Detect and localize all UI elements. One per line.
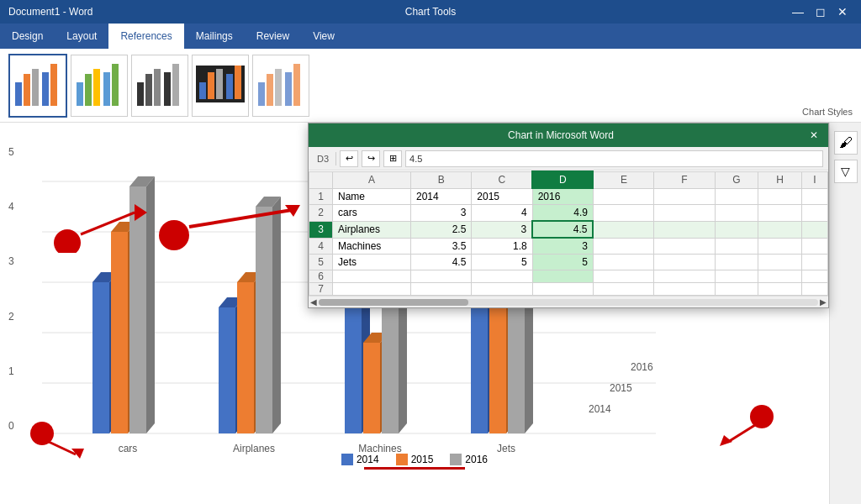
chart-styles-label: Chart Styles — [802, 107, 853, 117]
svg-rect-3 — [42, 72, 49, 106]
cell-d1[interactable]: 2016 — [532, 188, 593, 205]
cell-d3[interactable]: 4.5 — [532, 221, 593, 238]
app-title: Document1 - Word — [8, 6, 92, 18]
svg-marker-44 — [237, 282, 254, 433]
row-num-4: 4 — [309, 238, 333, 255]
toolbar-divider — [335, 152, 336, 165]
tab-layout[interactable]: Layout — [55, 24, 108, 49]
svg-line-82 — [728, 425, 755, 442]
filter-button[interactable]: ▽ — [834, 160, 858, 183]
chart-style-4[interactable] — [192, 55, 249, 117]
cell-a6[interactable] — [333, 270, 411, 283]
svg-marker-35 — [111, 232, 128, 433]
cell-i1[interactable] — [801, 188, 827, 205]
col-a: A — [333, 171, 411, 188]
cell-d4[interactable]: 3 — [532, 238, 593, 255]
cell-c5[interactable]: 5 — [472, 255, 532, 270]
cell-a3[interactable]: Airplanes — [333, 221, 411, 238]
restore-btn[interactable]: ◻ — [811, 5, 831, 18]
svg-text:2014: 2014 — [589, 403, 611, 415]
svg-text:Jets: Jets — [497, 443, 515, 454]
cell-b4[interactable]: 3.5 — [411, 238, 472, 255]
formula-bar[interactable]: 4.5 — [405, 150, 823, 167]
cell-d2[interactable]: 4.9 — [532, 205, 593, 222]
excel-redo-btn[interactable]: ↪ — [362, 150, 380, 167]
right-panel: 🖌 ▽ — [829, 123, 861, 504]
excel-table: A B C D E F G H I 1 Name — [309, 171, 828, 296]
excel-undo-btn[interactable]: ↩ — [340, 150, 358, 167]
brush-button[interactable]: 🖌 — [834, 131, 858, 155]
scroll-thumb[interactable] — [319, 299, 468, 306]
scroll-track[interactable] — [319, 299, 818, 306]
svg-rect-25 — [293, 64, 300, 106]
svg-rect-0 — [15, 82, 22, 106]
cell-a5[interactable]: Jets — [333, 255, 411, 270]
col-g: G — [715, 171, 758, 188]
cell-c1[interactable]: 2015 — [472, 188, 532, 205]
cell-a4[interactable]: Machines — [333, 238, 411, 255]
excel-grid: A B C D E F G H I 1 Name — [309, 171, 828, 296]
chart-style-2[interactable] — [71, 55, 128, 117]
cell-c2[interactable]: 4 — [472, 205, 532, 222]
cell-g1[interactable] — [715, 188, 758, 205]
excel-col-header-row: A B C D E F G H I — [309, 171, 828, 188]
close-btn[interactable]: ✕ — [832, 5, 853, 18]
cell-a2[interactable]: cars — [333, 205, 411, 222]
chart-tools-label: Chart Tools — [405, 6, 456, 18]
scroll-right-btn[interactable]: ▶ — [820, 297, 827, 307]
tab-review[interactable]: Review — [245, 24, 301, 49]
cell-e1[interactable] — [593, 188, 653, 205]
cell-f1[interactable] — [654, 188, 715, 205]
chart-style-5[interactable] — [252, 55, 309, 117]
legend-2014: 2014 — [341, 454, 379, 465]
minimize-btn[interactable]: — — [787, 5, 809, 18]
svg-text:Airplanes: Airplanes — [233, 443, 275, 454]
main-content: 0 1 2 3 4 5 — [0, 123, 861, 504]
excel-row-1: 1 Name 2014 2015 2016 — [309, 188, 828, 205]
excel-title-bar: Chart in Microsoft Word ✕ — [309, 123, 828, 147]
tab-view[interactable]: View — [301, 24, 346, 49]
tab-design[interactable]: Design — [0, 24, 55, 49]
svg-text:2015: 2015 — [610, 382, 632, 394]
svg-text:2016: 2016 — [631, 361, 653, 373]
excel-data-btn[interactable]: ⊞ — [383, 150, 402, 167]
excel-scrollbar-h[interactable]: ◀ ▶ — [309, 296, 828, 307]
excel-toolbar: D3 ↩ ↪ ⊞ 4.5 — [309, 147, 828, 171]
chart-style-3[interactable] — [131, 55, 188, 117]
svg-rect-12 — [154, 69, 161, 106]
ribbon: Design Layout References Mailings Review… — [0, 24, 861, 49]
arrow-bottom-right — [711, 400, 779, 454]
tab-mailings[interactable]: Mailings — [184, 24, 245, 49]
excel-row-col-indicator: D3 — [314, 154, 332, 164]
chart-style-1[interactable] — [8, 54, 67, 118]
svg-marker-53 — [363, 343, 380, 433]
cell-c4[interactable]: 1.8 — [472, 238, 532, 255]
cell-b2[interactable]: 3 — [411, 205, 472, 222]
cell-a1[interactable]: Name — [333, 188, 411, 205]
excel-close-btn[interactable]: ✕ — [806, 129, 821, 141]
cell-c3[interactable]: 3 — [472, 221, 532, 238]
svg-rect-23 — [275, 69, 282, 106]
excel-row-3: 3 Airplanes 2.5 3 4.5 — [309, 221, 828, 238]
cell-h1[interactable] — [758, 188, 802, 205]
svg-rect-1 — [24, 74, 30, 106]
svg-rect-11 — [145, 74, 152, 106]
excel-row-7: 7 — [309, 283, 828, 296]
cell-b1[interactable]: 2014 — [411, 188, 472, 205]
svg-rect-2 — [32, 69, 39, 106]
excel-row-5: 5 Jets 4.5 5 5 — [309, 255, 828, 270]
legend-color-2015 — [396, 454, 408, 465]
scroll-left-btn[interactable]: ◀ — [310, 297, 317, 307]
arrow-left — [50, 202, 151, 256]
tab-references[interactable]: References — [108, 24, 183, 49]
cell-b5[interactable]: 4.5 — [411, 255, 472, 270]
col-h: H — [758, 171, 802, 188]
excel-window-controls: ✕ — [806, 129, 821, 141]
cell-b3[interactable]: 2.5 — [411, 221, 472, 238]
svg-rect-6 — [85, 74, 92, 106]
svg-rect-19 — [226, 74, 233, 99]
cell-d5[interactable]: 5 — [532, 255, 593, 270]
svg-rect-20 — [235, 66, 241, 99]
legend-underline — [364, 467, 465, 470]
window-controls: — ◻ ✕ — [787, 5, 853, 18]
